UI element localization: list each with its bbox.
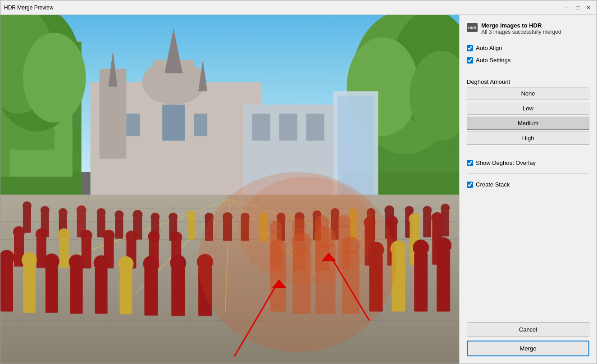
svg-point-93 xyxy=(423,206,432,215)
deghost-low-button[interactable]: Low xyxy=(467,102,589,115)
svg-point-161 xyxy=(435,237,451,254)
create-stack-row[interactable]: Create Stack xyxy=(467,181,589,188)
svg-rect-22 xyxy=(194,114,207,136)
svg-point-135 xyxy=(69,255,84,270)
content-area: HDR Merge images to HDR All 3 images suc… xyxy=(0,15,597,364)
svg-rect-58 xyxy=(115,217,123,239)
spacer xyxy=(467,193,589,317)
svg-point-97 xyxy=(13,226,25,238)
auto-settings-label: Auto Settings xyxy=(476,57,510,64)
divider-3 xyxy=(467,173,589,174)
auto-align-checkbox[interactable] xyxy=(467,45,473,51)
svg-point-101 xyxy=(58,228,70,240)
svg-point-141 xyxy=(143,256,159,272)
svg-rect-142 xyxy=(171,268,185,316)
svg-rect-130 xyxy=(23,264,36,313)
svg-point-95 xyxy=(441,204,450,213)
show-deghost-overlay-checkbox[interactable] xyxy=(467,160,473,166)
merge-subtitle: All 3 images successfully merged xyxy=(481,29,561,35)
svg-rect-94 xyxy=(441,210,449,237)
show-deghost-overlay-row[interactable]: Show Deghost Overlay xyxy=(467,159,589,166)
svg-point-143 xyxy=(170,255,186,271)
svg-point-49 xyxy=(23,201,32,210)
svg-point-103 xyxy=(81,230,92,241)
auto-align-row[interactable]: Auto Align xyxy=(467,45,589,51)
create-stack-checkbox[interactable] xyxy=(467,182,473,188)
svg-point-111 xyxy=(170,232,182,243)
svg-rect-48 xyxy=(23,208,31,233)
deghost-none-button[interactable]: None xyxy=(467,87,589,100)
svg-rect-24 xyxy=(252,114,270,141)
sidebar-header: HDR Merge images to HDR All 3 images suc… xyxy=(467,22,589,39)
svg-rect-26 xyxy=(306,114,324,141)
svg-rect-136 xyxy=(95,268,108,314)
svg-rect-160 xyxy=(437,251,450,312)
svg-rect-140 xyxy=(144,268,158,316)
divider-2 xyxy=(467,152,589,152)
svg-point-139 xyxy=(118,256,133,272)
svg-rect-134 xyxy=(70,267,83,314)
svg-point-53 xyxy=(59,208,68,217)
sidebar-panel: HDR Merge images to HDR All 3 images suc… xyxy=(459,15,597,364)
deghost-high-button[interactable]: High xyxy=(467,132,589,145)
svg-point-63 xyxy=(150,213,160,222)
svg-point-159 xyxy=(413,240,429,256)
bottom-buttons: Cancel Merge xyxy=(467,322,589,356)
svg-point-7 xyxy=(23,33,86,123)
svg-rect-20 xyxy=(162,105,185,141)
svg-point-51 xyxy=(41,206,50,215)
svg-rect-132 xyxy=(46,266,58,313)
show-deghost-overlay-label: Show Deghost Overlay xyxy=(476,159,536,166)
deghost-medium-button[interactable]: Medium xyxy=(467,117,589,130)
svg-point-163 xyxy=(239,177,374,285)
auto-align-label: Auto Align xyxy=(476,45,502,51)
deghost-label: Deghost Amount xyxy=(467,78,589,85)
merge-button[interactable]: Merge xyxy=(467,341,589,356)
preview-image xyxy=(0,15,459,364)
minimize-button[interactable]: ─ xyxy=(562,3,571,12)
svg-rect-158 xyxy=(414,253,428,312)
svg-point-127 xyxy=(431,212,443,224)
svg-point-105 xyxy=(103,230,115,241)
svg-point-123 xyxy=(386,216,398,228)
svg-point-57 xyxy=(97,208,106,217)
divider-1 xyxy=(467,71,589,71)
svg-point-109 xyxy=(148,231,160,242)
svg-point-67 xyxy=(187,210,196,219)
merge-title: Merge images to HDR xyxy=(481,22,561,29)
svg-point-137 xyxy=(94,255,109,271)
svg-point-99 xyxy=(36,228,47,240)
svg-rect-21 xyxy=(126,114,140,136)
title-bar: HDR Merge Preview ─ □ ✕ xyxy=(0,0,597,15)
window-controls: ─ □ ✕ xyxy=(562,3,593,12)
svg-rect-138 xyxy=(119,268,132,314)
svg-point-131 xyxy=(22,252,37,268)
hdr-merge-icon: HDR xyxy=(467,23,478,32)
svg-rect-92 xyxy=(423,213,431,237)
create-stack-label: Create Stack xyxy=(476,181,510,188)
auto-settings-checkbox[interactable] xyxy=(467,57,473,64)
svg-point-65 xyxy=(169,213,178,222)
svg-rect-100 xyxy=(59,237,69,268)
svg-rect-25 xyxy=(279,114,297,141)
svg-point-89 xyxy=(384,205,394,215)
svg-rect-66 xyxy=(187,217,195,240)
svg-point-59 xyxy=(115,210,124,219)
deghost-buttons: None Low Medium High xyxy=(467,87,589,145)
cancel-button[interactable]: Cancel xyxy=(467,322,589,337)
window-title: HDR Merge Preview xyxy=(4,5,53,11)
svg-rect-128 xyxy=(0,262,13,312)
deghost-section: Deghost Amount None Low Medium High xyxy=(467,78,589,145)
svg-point-125 xyxy=(409,213,420,225)
auto-settings-row[interactable]: Auto Settings xyxy=(467,57,589,64)
svg-point-61 xyxy=(132,210,142,220)
maximize-button[interactable]: □ xyxy=(573,3,582,12)
preview-area xyxy=(0,15,459,364)
svg-point-107 xyxy=(125,231,137,242)
svg-point-55 xyxy=(77,205,87,215)
svg-point-133 xyxy=(44,254,59,269)
close-button[interactable]: ✕ xyxy=(584,3,593,12)
main-window: HDR Merge Preview ─ □ ✕ xyxy=(0,0,597,364)
